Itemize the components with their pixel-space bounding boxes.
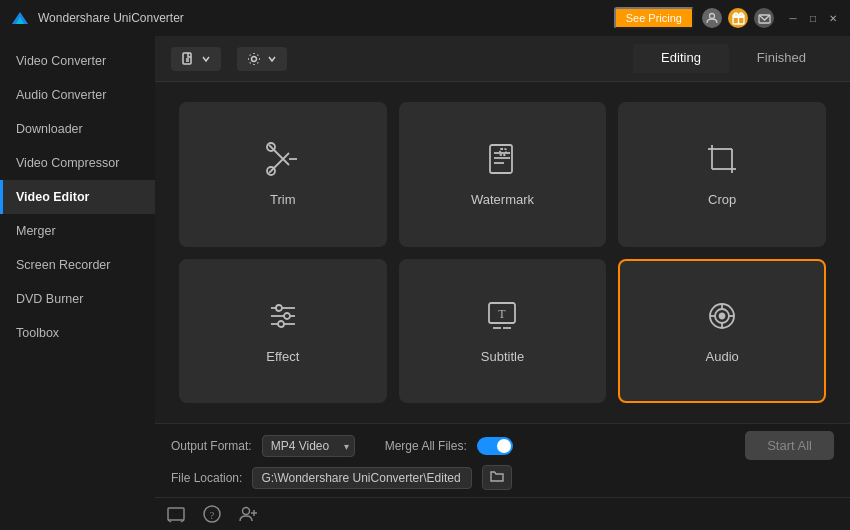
merge-label: Merge All Files: xyxy=(385,439,467,453)
title-bar: Wondershare UniConverter See Pricing xyxy=(0,0,850,36)
maximize-button[interactable]: □ xyxy=(806,11,820,25)
watermark-icon xyxy=(484,141,520,182)
svg-point-29 xyxy=(284,313,290,319)
file-location-row: File Location: xyxy=(171,465,834,490)
sidebar-item-audio-converter[interactable]: Audio Converter xyxy=(0,78,155,112)
svg-point-28 xyxy=(276,305,282,311)
window-controls: ─ □ ✕ xyxy=(786,11,840,25)
sidebar-item-toolbox[interactable]: Toolbox xyxy=(0,316,155,350)
add-person-icon[interactable] xyxy=(237,503,259,525)
subtitle-icon: T xyxy=(484,298,520,339)
crop-icon xyxy=(704,141,740,182)
trim-card[interactable]: Trim xyxy=(179,102,387,247)
preview-icon[interactable] xyxy=(165,503,187,525)
effect-label: Effect xyxy=(266,349,299,364)
content-main: Editing Finished xyxy=(155,36,850,530)
subtitle-card[interactable]: T Subtitle xyxy=(399,259,607,404)
output-format-label: Output Format: xyxy=(171,439,252,453)
trim-icon xyxy=(265,141,301,182)
toolbar: Editing Finished xyxy=(155,36,850,82)
audio-icon xyxy=(704,298,740,339)
gift-icon[interactable] xyxy=(728,8,748,28)
svg-point-47 xyxy=(243,508,250,515)
output-format-select-wrapper: MP4 Video xyxy=(262,435,355,457)
file-location-label: File Location: xyxy=(171,471,242,485)
tabs: Editing Finished xyxy=(633,44,834,73)
svg-point-30 xyxy=(278,321,284,327)
tab-editing[interactable]: Editing xyxy=(633,44,729,73)
crop-label: Crop xyxy=(708,192,736,207)
svg-point-37 xyxy=(720,313,725,318)
mail-icon[interactable] xyxy=(754,8,774,28)
sidebar: Video Converter Audio Converter Download… xyxy=(0,36,155,530)
help-icon[interactable]: ? xyxy=(201,503,223,525)
folder-icon xyxy=(490,469,504,483)
effect-card[interactable]: Effect xyxy=(179,259,387,404)
app-window: Wondershare UniConverter See Pricing xyxy=(0,0,850,530)
pricing-button[interactable]: See Pricing xyxy=(614,7,694,29)
title-bar-icons xyxy=(702,8,774,28)
sidebar-item-video-editor[interactable]: Video Editor xyxy=(0,180,155,214)
svg-text:?: ? xyxy=(210,510,215,521)
svg-point-2 xyxy=(710,14,715,19)
merge-toggle[interactable] xyxy=(477,437,513,455)
svg-text:T: T xyxy=(499,307,507,321)
settings-button[interactable] xyxy=(237,47,287,71)
add-files-button[interactable] xyxy=(171,47,221,71)
audio-label: Audio xyxy=(706,349,739,364)
start-all-button[interactable]: Start All xyxy=(745,431,834,460)
tab-finished[interactable]: Finished xyxy=(729,44,834,73)
svg-rect-20 xyxy=(500,149,506,155)
file-icon xyxy=(181,52,195,66)
output-format-row: Output Format: MP4 Video Merge All Files… xyxy=(171,431,834,460)
trim-label: Trim xyxy=(270,192,296,207)
sidebar-item-video-compressor[interactable]: Video Compressor xyxy=(0,146,155,180)
minimize-button[interactable]: ─ xyxy=(786,11,800,25)
dropdown-arrow-icon xyxy=(201,54,211,64)
dropdown-arrow-2-icon xyxy=(267,54,277,64)
close-button[interactable]: ✕ xyxy=(826,11,840,25)
svg-rect-42 xyxy=(168,508,184,520)
svg-point-10 xyxy=(252,56,257,61)
body-area: Video Converter Audio Converter Download… xyxy=(0,36,850,530)
effect-icon xyxy=(265,298,301,339)
editor-tools-grid: Trim Watermark xyxy=(155,82,850,423)
bottom-controls: Output Format: MP4 Video Merge All Files… xyxy=(155,423,850,497)
output-format-select[interactable]: MP4 Video xyxy=(262,435,355,457)
subtitle-label: Subtitle xyxy=(481,349,524,364)
footer-bar: ? xyxy=(155,497,850,530)
audio-card[interactable]: Audio xyxy=(618,259,826,404)
sidebar-item-dvd-burner[interactable]: DVD Burner xyxy=(0,282,155,316)
sidebar-item-video-converter[interactable]: Video Converter xyxy=(0,44,155,78)
settings-icon xyxy=(247,52,261,66)
watermark-card[interactable]: Watermark xyxy=(399,102,607,247)
app-title: Wondershare UniConverter xyxy=(38,11,614,25)
sidebar-item-downloader[interactable]: Downloader xyxy=(0,112,155,146)
crop-card[interactable]: Crop xyxy=(618,102,826,247)
watermark-label: Watermark xyxy=(471,192,534,207)
user-avatar-icon[interactable] xyxy=(702,8,722,28)
sidebar-item-merger[interactable]: Merger xyxy=(0,214,155,248)
app-logo xyxy=(10,8,30,28)
file-location-input[interactable] xyxy=(252,467,472,489)
browse-folder-button[interactable] xyxy=(482,465,512,490)
sidebar-item-screen-recorder[interactable]: Screen Recorder xyxy=(0,248,155,282)
